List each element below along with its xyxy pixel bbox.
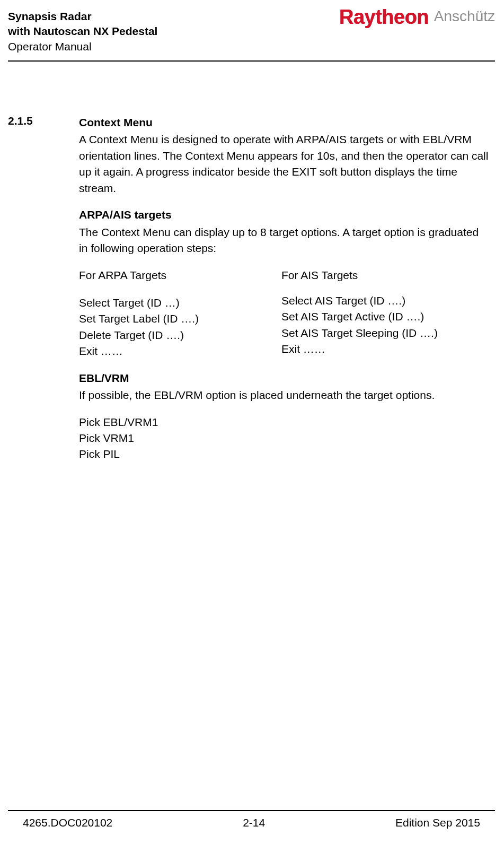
ais-column: For AIS Targets Select AIS Target (ID ….… bbox=[281, 267, 490, 360]
footer-row: 4265.DOC020102 2-14 Edition Sep 2015 bbox=[8, 816, 495, 829]
ebl-section: EBL/VRM If possible, the EBL/VRM option … bbox=[79, 370, 490, 463]
ais-item: Select AIS Target (ID ….) bbox=[281, 293, 490, 309]
section-row: 2.1.5 Context Menu A Context Menu is des… bbox=[8, 115, 495, 463]
footer-doc-id: 4265.DOC020102 bbox=[23, 816, 112, 829]
targets-columns: For ARPA Targets Select Target (ID …) Se… bbox=[79, 267, 490, 360]
section-title: Context Menu bbox=[79, 115, 490, 130]
ais-item: Set AIS Target Active (ID ….) bbox=[281, 309, 490, 325]
header-divider bbox=[8, 60, 495, 62]
arpa-item: Select Target (ID …) bbox=[79, 295, 281, 311]
ebl-item: Pick PIL bbox=[79, 446, 490, 462]
header-title-line1: Synapsis Radar bbox=[8, 9, 157, 24]
page-header: Synapsis Radar with Nautoscan NX Pedesta… bbox=[8, 9, 495, 54]
footer-divider bbox=[8, 810, 495, 811]
header-title-line2: with Nautoscan NX Pedestal bbox=[8, 24, 157, 39]
footer-edition: Edition Sep 2015 bbox=[395, 816, 480, 829]
page-footer: 4265.DOC020102 2-14 Edition Sep 2015 bbox=[8, 810, 495, 829]
intro-paragraph: A Context Menu is designed to operate wi… bbox=[79, 132, 490, 196]
ebl-item: Pick EBL/VRM1 bbox=[79, 414, 490, 430]
header-title-line3: Operator Manual bbox=[8, 39, 157, 54]
arpa-column: For ARPA Targets Select Target (ID …) Se… bbox=[79, 267, 281, 360]
footer-page-number: 2-14 bbox=[243, 816, 265, 829]
arpa-item: Exit …… bbox=[79, 343, 281, 359]
arpa-item: Set Target Label (ID ….) bbox=[79, 311, 281, 327]
ebl-list: Pick EBL/VRM1 Pick VRM1 Pick PIL bbox=[79, 414, 490, 463]
ebl-text: If possible, the EBL/VRM option is place… bbox=[79, 387, 490, 403]
section-body: Context Menu A Context Menu is designed … bbox=[79, 115, 495, 463]
ais-item: Exit …… bbox=[281, 341, 490, 357]
ais-column-head: For AIS Targets bbox=[281, 267, 490, 283]
ebl-item: Pick VRM1 bbox=[79, 430, 490, 446]
header-title-block: Synapsis Radar with Nautoscan NX Pedesta… bbox=[8, 9, 157, 54]
ais-item: Set AIS Target Sleeping (ID ….) bbox=[281, 325, 490, 341]
logo-group: Raytheon Anschütz bbox=[339, 7, 495, 27]
arpa-heading: ARPA/AIS targets bbox=[79, 207, 490, 223]
arpa-text: The Context Menu can display up to 8 tar… bbox=[79, 224, 490, 257]
anschutz-logo: Anschütz bbox=[434, 9, 495, 24]
section-number: 2.1.5 bbox=[8, 115, 79, 127]
content-area: 2.1.5 Context Menu A Context Menu is des… bbox=[8, 115, 495, 463]
arpa-column-head: For ARPA Targets bbox=[79, 267, 281, 283]
raytheon-logo: Raytheon bbox=[339, 7, 429, 27]
ebl-heading: EBL/VRM bbox=[79, 370, 490, 386]
arpa-item: Delete Target (ID ….) bbox=[79, 327, 281, 343]
